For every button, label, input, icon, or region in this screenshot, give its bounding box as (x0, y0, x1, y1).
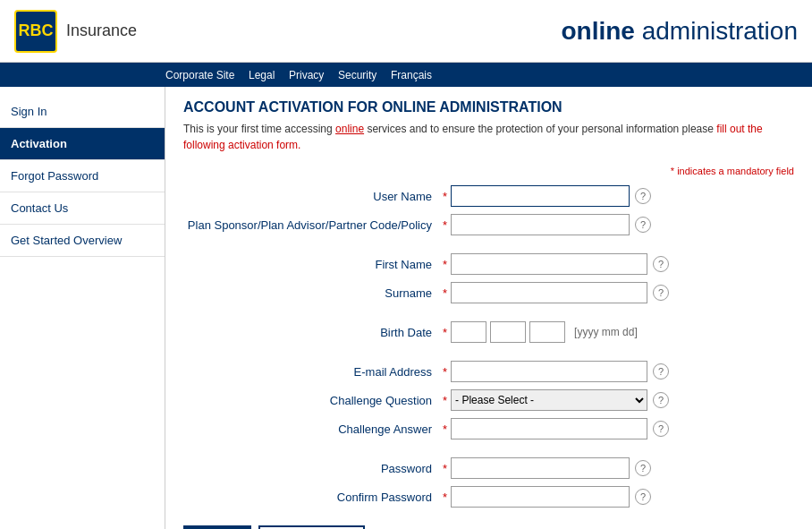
plan-sponsor-input[interactable] (451, 214, 630, 235)
password-help-icon[interactable]: ? (635, 460, 651, 476)
user-name-label: User Name (183, 190, 443, 203)
email-input[interactable] (451, 361, 647, 382)
mandatory-text: indicates a mandatory field (677, 166, 794, 176)
confirm-password-row: Confirm Password * ? (183, 486, 794, 508)
confirm-password-help-icon[interactable]: ? (635, 489, 651, 505)
email-label: E-mail Address (183, 365, 443, 379)
password-row: Password * ? (183, 457, 794, 479)
surname-label: Surname (183, 286, 443, 300)
sidebar-item-contact-us[interactable]: Contact Us (0, 192, 165, 225)
challenge-answer-input[interactable] (451, 418, 647, 439)
intro-text-1: This is your first time accessing (183, 123, 335, 135)
birth-year-input[interactable] (451, 321, 486, 343)
password-label: Password (183, 462, 443, 475)
birth-date-row: Birth Date * [yyyy mm dd] (183, 321, 794, 343)
content-area: ACCOUNT ACTIVATION FOR ONLINE ADMINISTRA… (165, 87, 812, 529)
page-intro: This is your first time accessing online… (183, 121, 794, 153)
password-input[interactable] (451, 457, 630, 479)
first-name-help-icon[interactable]: ? (653, 256, 669, 272)
surname-input[interactable] (451, 282, 647, 303)
confirm-password-input[interactable] (451, 486, 630, 508)
birth-date-label: Birth Date (183, 326, 443, 339)
challenge-answer-label: Challenge Answer (183, 422, 443, 436)
sidebar: Sign In Activation Forgot Password Conta… (0, 87, 165, 529)
challenge-question-select[interactable]: - Please Select - What is your mother's … (451, 389, 647, 411)
challenge-answer-help-icon[interactable]: ? (653, 421, 669, 437)
submit-button[interactable]: Submit (183, 525, 251, 529)
confirm-password-star: * (443, 491, 447, 504)
button-row: Submit Clear and Exit (183, 525, 794, 529)
mandatory-note: * indicates a mandatory field (183, 166, 794, 176)
birth-day-input[interactable] (529, 321, 565, 343)
plan-sponsor-row: Plan Sponsor/Plan Advisor/Partner Code/P… (183, 214, 794, 235)
first-name-input[interactable] (451, 253, 647, 275)
surname-star: * (443, 286, 447, 300)
birth-month-input[interactable] (490, 321, 526, 343)
intro-text-2: services and to ensure the protection of… (364, 123, 716, 135)
sidebar-item-forgot-password[interactable]: Forgot Password (0, 160, 165, 192)
nav-francais[interactable]: Français (391, 69, 432, 81)
user-name-row: User Name * ? (183, 185, 794, 207)
logo-area: RBC Insurance (14, 10, 137, 53)
birth-date-star: * (443, 326, 447, 339)
nav-legal[interactable]: Legal (249, 69, 275, 81)
challenge-question-row: Challenge Question * - Please Select - W… (183, 389, 794, 411)
nav-privacy[interactable]: Privacy (289, 69, 324, 81)
nav-security[interactable]: Security (338, 69, 376, 81)
challenge-answer-star: * (443, 422, 447, 436)
sidebar-item-sign-in[interactable]: Sign In (0, 96, 165, 128)
challenge-question-label: Challenge Question (183, 394, 443, 407)
challenge-question-star: * (443, 394, 447, 407)
challenge-question-help-icon[interactable]: ? (653, 392, 669, 408)
intro-online: online (335, 123, 364, 135)
nav-bar: Corporate Site Legal Privacy Security Fr… (0, 63, 812, 87)
plan-sponsor-star: * (443, 218, 447, 232)
admin-label: administration (635, 17, 798, 45)
password-star: * (443, 462, 447, 475)
email-row: E-mail Address * ? (183, 361, 794, 382)
online-admin-title: online administration (561, 17, 798, 46)
email-help-icon[interactable]: ? (653, 363, 669, 380)
user-name-input[interactable] (451, 185, 630, 207)
user-name-star: * (443, 190, 447, 203)
header: RBC Insurance online administration (0, 0, 812, 63)
birth-hint: [yyyy mm dd] (574, 326, 638, 338)
plan-sponsor-label: Plan Sponsor/Plan Advisor/Partner Code/P… (183, 218, 443, 232)
confirm-password-label: Confirm Password (183, 491, 443, 504)
rbc-logo: RBC (14, 10, 57, 53)
sidebar-item-activation[interactable]: Activation (0, 128, 165, 160)
insurance-label: Insurance (66, 21, 137, 40)
surname-row: Surname * ? (183, 282, 794, 303)
sidebar-item-get-started[interactable]: Get Started Overview (0, 225, 165, 257)
email-star: * (443, 365, 447, 379)
mandatory-star: * (671, 166, 674, 176)
main-layout: Sign In Activation Forgot Password Conta… (0, 87, 812, 529)
surname-help-icon[interactable]: ? (653, 285, 669, 301)
clear-exit-button[interactable]: Clear and Exit (258, 525, 365, 529)
first-name-row: First Name * ? (183, 253, 794, 275)
challenge-answer-row: Challenge Answer * ? (183, 418, 794, 439)
first-name-star: * (443, 258, 447, 271)
first-name-label: First Name (183, 258, 443, 271)
online-label: online (561, 17, 634, 45)
page-title: ACCOUNT ACTIVATION FOR ONLINE ADMINISTRA… (183, 99, 794, 115)
birth-date-group: [yyyy mm dd] (451, 321, 638, 343)
user-name-help-icon[interactable]: ? (635, 188, 651, 204)
plan-sponsor-help-icon[interactable]: ? (635, 217, 651, 233)
nav-corporate-site[interactable]: Corporate Site (165, 69, 234, 81)
